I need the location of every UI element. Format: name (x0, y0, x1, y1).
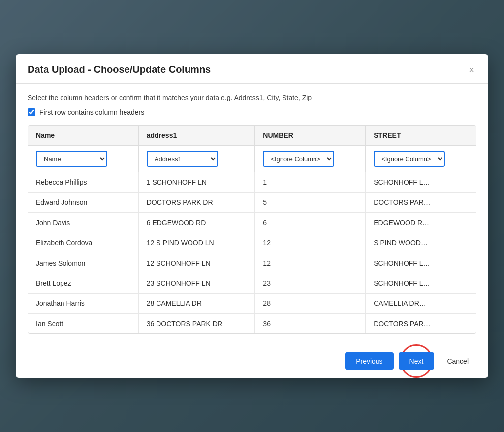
first-row-checkbox[interactable] (28, 108, 35, 116)
cell-street: S PIND WOOD… (366, 233, 476, 253)
number-column-select[interactable]: Name Address1 <Ignore Column> Address2 C… (263, 151, 334, 167)
column-mapping-row: Name Address1 <Ignore Column> Address2 C… (28, 146, 476, 172)
name-column-select[interactable]: Name Address1 <Ignore Column> Address2 C… (36, 151, 107, 167)
table-row: Rebecca Phillips 1 SCHONHOFF LN 1 SCHONH… (28, 172, 476, 193)
cell-street: EDGEWOOD R… (366, 213, 476, 233)
cell-number: 5 (255, 193, 366, 213)
col-header-name: Name (28, 126, 138, 146)
cell-street: CAMELLIA DR… (366, 294, 476, 314)
data-table-wrapper: Name address1 NUMBER STREET Name Address… (28, 125, 476, 334)
cell-address1: 12 S PIND WOOD LN (138, 233, 255, 253)
cell-street: SCHONHOFF L… (366, 273, 476, 294)
col-header-address1: address1 (138, 126, 255, 146)
cell-name: Jonathan Harris (28, 294, 138, 314)
cell-number: 12 (255, 253, 366, 273)
name-col-dropdown-cell: Name Address1 <Ignore Column> Address2 C… (28, 146, 138, 172)
cell-number: 28 (255, 294, 366, 314)
cell-name: Brett Lopez (28, 273, 138, 294)
cell-address1: 36 DOCTORS PARK DR (138, 314, 255, 334)
address1-col-dropdown-cell: Name Address1 <Ignore Column> Address2 C… (138, 146, 255, 172)
number-col-dropdown-cell: Name Address1 <Ignore Column> Address2 C… (255, 146, 366, 172)
close-button[interactable]: × (467, 65, 476, 75)
first-row-checkbox-row: First row contains column headers (28, 108, 476, 116)
cell-number: 36 (255, 314, 366, 334)
table-header-row: Name address1 NUMBER STREET (28, 126, 476, 146)
cell-name: Edward Johnson (28, 193, 138, 213)
modal-body: Select the column headers or confirm tha… (16, 84, 488, 344)
address1-column-select[interactable]: Name Address1 <Ignore Column> Address2 C… (147, 151, 218, 167)
cell-name: James Solomon (28, 253, 138, 273)
street-column-select[interactable]: Name Address1 <Ignore Column> Address2 C… (374, 151, 445, 167)
col-header-number: NUMBER (255, 126, 366, 146)
data-table: Name address1 NUMBER STREET Name Address… (28, 126, 476, 333)
instructions-text: Select the column headers or confirm tha… (28, 94, 476, 101)
modal-header: Data Upload - Choose/Update Columns × (16, 54, 488, 84)
table-row: Edward Johnson DOCTORS PARK DR 5 DOCTORS… (28, 193, 476, 213)
cell-street: SCHONHOFF L… (366, 172, 476, 193)
cell-address1: 28 CAMELLIA DR (138, 294, 255, 314)
next-button[interactable]: Next (399, 352, 435, 370)
data-upload-modal: Data Upload - Choose/Update Columns × Se… (16, 54, 488, 378)
cell-name: John Davis (28, 213, 138, 233)
modal-title: Data Upload - Choose/Update Columns (28, 64, 211, 75)
cell-street: SCHONHOFF L… (366, 253, 476, 273)
table-row: James Solomon 12 SCHONHOFF LN 12 SCHONHO… (28, 253, 476, 273)
first-row-label[interactable]: First row contains column headers (39, 108, 144, 116)
cell-name: Rebecca Phillips (28, 172, 138, 193)
cell-address1: 12 SCHONHOFF LN (138, 253, 255, 273)
cell-number: 12 (255, 233, 366, 253)
table-row: Elizabeth Cordova 12 S PIND WOOD LN 12 S… (28, 233, 476, 253)
cell-name: Ian Scott (28, 314, 138, 334)
cell-number: 1 (255, 172, 366, 193)
cell-street: DOCTORS PAR… (366, 193, 476, 213)
cell-address1: 23 SCHONHOFF LN (138, 273, 255, 294)
cell-address1: 1 SCHONHOFF LN (138, 172, 255, 193)
street-col-dropdown-cell: Name Address1 <Ignore Column> Address2 C… (366, 146, 476, 172)
col-header-street: STREET (366, 126, 476, 146)
table-row: Ian Scott 36 DOCTORS PARK DR 36 DOCTORS … (28, 314, 476, 334)
cell-number: 23 (255, 273, 366, 294)
table-row: Jonathan Harris 28 CAMELLIA DR 28 CAMELL… (28, 294, 476, 314)
next-button-wrapper: Next (399, 352, 435, 370)
modal-footer: Previous Next Cancel (16, 344, 488, 378)
cancel-button[interactable]: Cancel (439, 352, 476, 370)
cell-name: Elizabeth Cordova (28, 233, 138, 253)
table-row: John Davis 6 EDGEWOOD RD 6 EDGEWOOD R… (28, 213, 476, 233)
cell-address1: 6 EDGEWOOD RD (138, 213, 255, 233)
cell-address1: DOCTORS PARK DR (138, 193, 255, 213)
cell-street: DOCTORS PAR… (366, 314, 476, 334)
previous-button[interactable]: Previous (345, 352, 393, 370)
table-row: Brett Lopez 23 SCHONHOFF LN 23 SCHONHOFF… (28, 273, 476, 294)
cell-number: 6 (255, 213, 366, 233)
